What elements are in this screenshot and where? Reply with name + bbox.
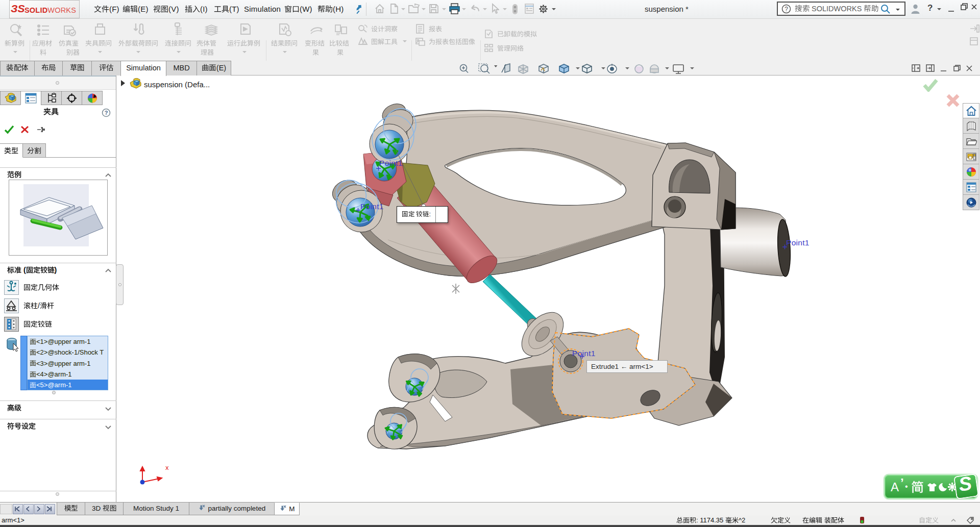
svg-text:?: ? <box>105 110 108 116</box>
svg-text:?: ? <box>785 6 788 13</box>
svg-text:x: x <box>165 464 169 471</box>
